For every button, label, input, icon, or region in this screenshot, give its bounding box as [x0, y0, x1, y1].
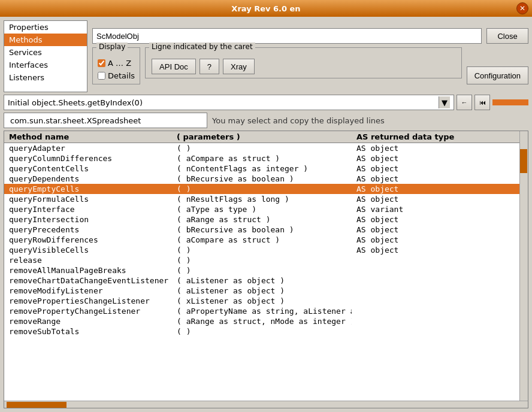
cell-method: queryAdapter	[4, 144, 172, 153]
cell-method: queryRowDifferences	[4, 235, 172, 244]
cell-return	[352, 317, 471, 326]
header-return: AS returned data type	[352, 132, 471, 141]
cell-return: AS object	[352, 195, 471, 204]
cell-params: ( aCompare as struct )	[172, 154, 352, 163]
nav-item-listeners[interactable]: Listeners	[4, 71, 87, 84]
cell-return: AS object	[352, 144, 471, 153]
cell-method: queryContentCells	[4, 164, 172, 173]
cell-method: removePropertiesChangeListener	[4, 296, 172, 305]
cell-method: removeSubTotals	[4, 327, 172, 336]
nav-item-properties[interactable]: Properties	[4, 21, 87, 34]
cell-return: AS object	[352, 246, 471, 255]
second-row: Initial object.Sheets.getByIndex(0) ▼ ← …	[4, 95, 528, 110]
cell-params: ( nContentFlags as integer )	[172, 164, 352, 173]
cell-method: removeChartDataChangeEventListener	[4, 276, 172, 285]
cell-return: AS variant	[352, 205, 471, 214]
az-checkbox[interactable]	[98, 59, 105, 67]
title-bar: Xray Rev 6.0 en ✕	[0, 0, 532, 17]
nav-item-services[interactable]: Services	[4, 46, 87, 59]
cell-params: ( aListener as object )	[172, 286, 352, 295]
cell-method: queryEmptyCells	[4, 184, 172, 193]
table-row[interactable]: removeAllManualPageBreaks( )	[4, 265, 528, 275]
table-row[interactable]: queryDependents( bRecursive as boolean )…	[4, 174, 528, 184]
combo-value: Initial object.Sheets.getByIndex(0)	[8, 98, 143, 107]
details-checkbox[interactable]	[98, 72, 105, 80]
first-button[interactable]: ⏮	[474, 95, 490, 110]
table-row[interactable]: removeModifyListener( aListener as objec…	[4, 286, 528, 296]
cell-params: ( )	[172, 246, 352, 255]
close-button[interactable]: Close	[486, 28, 528, 44]
cell-method: queryFormulaCells	[4, 195, 172, 204]
table-row[interactable]: release( )	[4, 255, 528, 265]
cell-return: AS object	[352, 215, 471, 224]
table-row[interactable]: queryIntersection( aRange as struct )AS …	[4, 214, 528, 225]
combo-box[interactable]: Initial object.Sheets.getByIndex(0) ▼	[4, 95, 454, 110]
table-row[interactable]: queryPrecedents( bRecursive as boolean )…	[4, 225, 528, 235]
class-label-text: com.sun.star.sheet.XSpreadsheet	[10, 116, 141, 125]
table-row[interactable]: queryContentCells( nContentFlags as inte…	[4, 163, 528, 174]
cell-return	[352, 327, 471, 336]
api-doc-button[interactable]: API Doc	[152, 59, 196, 74]
class-label: com.sun.star.sheet.XSpreadsheet	[4, 113, 207, 128]
table-row[interactable]: removePropertyChangeListener( aPropertyN…	[4, 306, 528, 316]
cell-method: release	[4, 256, 172, 265]
h-scroll-thumb[interactable]	[7, 402, 66, 408]
cell-params: ( aType as type )	[172, 205, 352, 214]
cell-return	[352, 266, 471, 275]
cell-params: ( aRange as struct, nMode as integer )	[172, 317, 352, 326]
horizontal-scrollbar[interactable]	[4, 401, 528, 408]
question-button[interactable]: ?	[200, 59, 219, 74]
vertical-scrollbar[interactable]	[519, 131, 528, 401]
details-checkbox-row: Details	[98, 71, 135, 80]
nav-item-interfaces[interactable]: Interfaces	[4, 59, 87, 71]
cell-return	[352, 286, 471, 295]
cell-return	[352, 296, 471, 305]
cell-return: AS object	[352, 164, 471, 173]
xray-button[interactable]: Xray	[223, 59, 255, 74]
table-row[interactable]: queryRowDifferences( aCompare as struct …	[4, 235, 528, 245]
cell-method: removeAllManualPageBreaks	[4, 266, 172, 275]
window-close-button[interactable]: ✕	[516, 2, 528, 14]
table-body: queryAdapter( )AS objectqueryColumnDiffe…	[4, 143, 528, 401]
back-button[interactable]: ←	[457, 95, 472, 110]
table-row[interactable]: queryFormulaCells( nResultFlags as long …	[4, 194, 528, 204]
table-row[interactable]: removeChartDataChangeEventListener( aLis…	[4, 275, 528, 286]
display-group: Display A … Z Details	[92, 47, 140, 84]
cell-method: queryInterface	[4, 205, 172, 214]
table-row[interactable]: queryAdapter( )AS object	[4, 143, 528, 153]
ligne-buttons: API Doc ? Xray	[152, 59, 455, 74]
header-method: Method name	[4, 132, 172, 141]
cell-method: removePropertyChangeListener	[4, 307, 172, 316]
az-checkbox-row: A … Z	[98, 59, 135, 68]
hint-text: You may select and copy the displayed li…	[212, 116, 528, 125]
scroll-thumb[interactable]	[520, 149, 527, 173]
combo-arrow[interactable]: ▼	[439, 96, 450, 108]
title-text: Xray Rev 6.0 en	[231, 4, 300, 13]
cell-return: AS object	[352, 225, 471, 234]
main-container: PropertiesMethodsServicesInterfacesListe…	[0, 17, 532, 412]
cell-method: queryVisibleCells	[4, 246, 172, 255]
cell-method: queryPrecedents	[4, 225, 172, 234]
table-row[interactable]: removeRange( aRange as struct, nMode as …	[4, 316, 528, 326]
ligne-group-label: Ligne indicated by the caret	[149, 43, 255, 51]
table-row[interactable]: queryEmptyCells( )AS object	[4, 184, 528, 194]
cell-params: ( bRecursive as boolean )	[172, 225, 352, 234]
cell-method: removeModifyListener	[4, 286, 172, 295]
table-row[interactable]: queryColumnDifferences( aCompare as stru…	[4, 153, 528, 163]
cell-method: queryColumnDifferences	[4, 154, 172, 163]
configuration-button[interactable]: Configuration	[467, 66, 528, 84]
cell-return	[352, 276, 471, 285]
display-group-label: Display	[96, 43, 128, 51]
table-row[interactable]: removePropertiesChangeListener( xListene…	[4, 296, 528, 306]
table-row[interactable]: removeSubTotals( )	[4, 326, 528, 337]
third-row: com.sun.star.sheet.XSpreadsheet You may …	[4, 113, 528, 128]
header-params: ( parameters )	[172, 132, 352, 141]
cell-return: AS object	[352, 235, 471, 244]
nav-item-methods[interactable]: Methods	[4, 34, 87, 46]
model-input[interactable]	[92, 28, 482, 44]
cell-params: ( )	[172, 184, 352, 193]
top-row: PropertiesMethodsServicesInterfacesListe…	[4, 20, 528, 92]
cell-params: ( aPropertyName as string, aListener as …	[172, 307, 352, 316]
table-row[interactable]: queryInterface( aType as type )AS varian…	[4, 204, 528, 214]
table-row[interactable]: queryVisibleCells( )AS object	[4, 245, 528, 255]
